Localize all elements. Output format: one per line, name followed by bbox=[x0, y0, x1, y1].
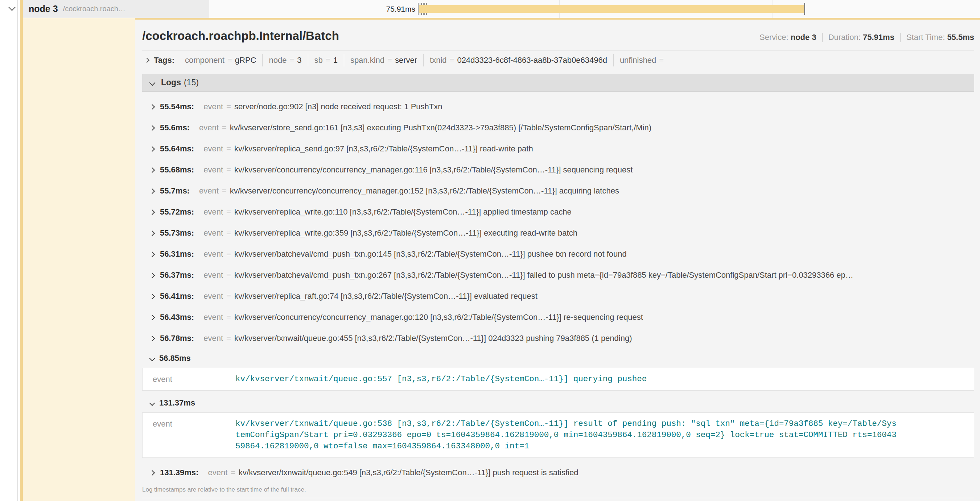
log-message: kv/kvserver/replica_write.go:110 [n3,s3,… bbox=[234, 207, 572, 217]
chevron-right-icon bbox=[150, 230, 155, 236]
log-message: kv/kvserver/concurrency/concurrency_mana… bbox=[234, 313, 643, 322]
tag-value: gRPC bbox=[235, 56, 256, 65]
log-entry-row[interactable]: 55.6ms:event=kv/kvserver/store_send.go:1… bbox=[142, 117, 974, 138]
tag: sb=1 bbox=[308, 54, 344, 67]
tag: txnid=024d3323-6c8f-4863-aa8b-37ab0e6349… bbox=[423, 54, 613, 67]
chevron-right-icon bbox=[150, 104, 155, 110]
chevron-right-icon bbox=[150, 335, 155, 341]
equals-sign: = bbox=[450, 56, 455, 65]
equals-sign: = bbox=[231, 468, 235, 477]
log-entry-header[interactable]: 131.37ms bbox=[142, 395, 974, 411]
log-entry-row[interactable]: 55.73ms:event=kv/kvserver/replica_write.… bbox=[142, 223, 974, 244]
equals-sign: = bbox=[387, 56, 392, 65]
log-field-name: event bbox=[153, 373, 235, 385]
start-time-value: 55.5ms bbox=[947, 33, 974, 42]
log-entry-row[interactable]: 56.37ms:event=kv/kvserver/batcheval/cmd_… bbox=[142, 265, 974, 286]
chevron-right-icon bbox=[150, 314, 155, 320]
log-entry-row[interactable]: 56.31ms:event=kv/kvserver/batcheval/cmd_… bbox=[142, 244, 974, 265]
equals-sign: = bbox=[226, 292, 231, 301]
span-timeline-row[interactable]: 75.91ms bbox=[209, 0, 980, 18]
tag: unfinished= bbox=[613, 54, 673, 67]
log-message: kv/kvserver/batcheval/cmd_push_txn.go:14… bbox=[234, 249, 627, 259]
log-timestamp: 56.31ms: bbox=[160, 249, 194, 259]
chevron-right-icon bbox=[150, 470, 155, 475]
equals-sign: = bbox=[659, 56, 664, 65]
log-entry-row[interactable]: 131.39ms:event=kv/kvserver/txnwait/queue… bbox=[142, 462, 974, 483]
log-timestamp: 56.41ms: bbox=[160, 292, 194, 301]
log-message: kv/kvserver/batcheval/cmd_push_txn.go:26… bbox=[234, 270, 853, 280]
span-detail-header: /cockroach.roachpb.Internal/Batch Servic… bbox=[142, 19, 974, 51]
log-timestamp: 55.54ms: bbox=[160, 102, 194, 112]
service-label: Service: bbox=[759, 33, 788, 42]
gutter-divider-line bbox=[18, 0, 18, 501]
log-entry-header[interactable]: 56.85ms bbox=[142, 350, 974, 366]
log-entry-row[interactable]: 55.68ms:event=kv/kvserver/concurrency/co… bbox=[142, 160, 974, 180]
log-detail-card: eventkv/kvserver/txnwait/queue.go:538 [n… bbox=[142, 412, 974, 458]
tags-label: Tags: bbox=[154, 56, 175, 65]
log-field-name: event bbox=[199, 186, 219, 196]
duration-label: Duration: bbox=[828, 33, 861, 42]
log-field-name: event bbox=[199, 123, 219, 132]
meta-separator bbox=[822, 33, 822, 42]
log-field-value: kv/kvserver/txnwait/queue.go:557 [n3,s3,… bbox=[235, 373, 647, 385]
log-entry-row[interactable]: 55.54ms:event=server/node.go:902 [n3] no… bbox=[142, 96, 974, 117]
chevron-right-icon bbox=[144, 58, 150, 63]
log-timestamp: 55.7ms: bbox=[160, 186, 190, 196]
log-entry-row[interactable]: 55.7ms:event=kv/kvserver/concurrency/con… bbox=[142, 180, 974, 201]
logs-section-header[interactable]: Logs (15) bbox=[142, 74, 974, 92]
selected-span-row-highlight bbox=[23, 18, 135, 501]
log-timestamp: 131.39ms: bbox=[160, 468, 198, 477]
log-field-name: event bbox=[204, 102, 223, 112]
span-color-accent-strip bbox=[20, 0, 23, 501]
log-field-name: event bbox=[204, 144, 223, 153]
chevron-right-icon bbox=[150, 167, 155, 173]
collapse-trace-chevron-icon[interactable] bbox=[8, 4, 16, 11]
log-entry-expanded: 56.85mseventkv/kvserver/txnwait/queue.go… bbox=[142, 350, 974, 391]
log-entry-row[interactable]: 56.41ms:event=kv/kvserver/replica_raft.g… bbox=[142, 286, 974, 307]
log-field-name: event bbox=[204, 228, 223, 238]
start-time-label: Start Time: bbox=[906, 33, 945, 42]
tag-key: span.kind bbox=[350, 56, 385, 65]
log-message: kv/kvserver/concurrency/concurrency_mana… bbox=[230, 186, 619, 196]
log-message: server/node.go:902 [n3] node received re… bbox=[234, 102, 442, 112]
span-operation-name: /cockroach.roach… bbox=[63, 5, 126, 13]
chevron-right-icon bbox=[150, 125, 155, 131]
log-field-name: event bbox=[204, 249, 223, 259]
equals-sign: = bbox=[226, 228, 231, 238]
duration-value: 75.91ms bbox=[863, 33, 894, 42]
tags-list: component=gRPCnode=3sb=1span.kind=server… bbox=[179, 54, 673, 67]
equals-sign: = bbox=[326, 56, 331, 65]
log-entry-row[interactable]: 56.78ms:event=kv/kvserver/txnwait/queue.… bbox=[142, 328, 974, 349]
log-timestamp: 131.37ms bbox=[159, 398, 195, 408]
gutter-divider-line bbox=[6, 0, 6, 501]
logs-count: (15) bbox=[184, 78, 199, 88]
logs-title: Logs bbox=[161, 78, 181, 88]
log-message: kv/kvserver/replica_write.go:359 [n3,s3,… bbox=[234, 228, 578, 238]
log-entry-expanded: 131.37mseventkv/kvserver/txnwait/queue.g… bbox=[142, 395, 974, 458]
tag-key: component bbox=[185, 56, 224, 65]
span-title: /cockroach.roachpb.Internal/Batch bbox=[142, 28, 759, 43]
log-field-name: event bbox=[153, 418, 235, 429]
tag-value: 024d3323-6c8f-4863-aa8b-37ab0e63496d bbox=[457, 56, 607, 65]
log-value-line: kv/kvserver/txnwait/queue.go:557 [n3,s3,… bbox=[235, 373, 647, 385]
log-timestamp: 55.68ms: bbox=[160, 165, 194, 175]
tag: component=gRPC bbox=[179, 54, 262, 67]
tag-key: node bbox=[269, 56, 286, 65]
log-value-line: kv/kvserver/txnwait/queue.go:538 [n3,s3,… bbox=[235, 418, 897, 429]
log-timestamp: 56.37ms: bbox=[160, 270, 194, 280]
tags-section-header[interactable]: Tags: component=gRPCnode=3sb=1span.kind=… bbox=[142, 51, 974, 70]
log-entry-row[interactable]: 56.43ms:event=kv/kvserver/concurrency/co… bbox=[142, 307, 974, 328]
chevron-right-icon bbox=[150, 294, 155, 299]
log-detail-card: eventkv/kvserver/txnwait/queue.go:557 [n… bbox=[142, 368, 974, 391]
span-name-bar[interactable]: node 3 /cockroach.roach… bbox=[23, 0, 209, 18]
chevron-down-icon bbox=[150, 400, 155, 406]
log-message: kv/kvserver/replica_send.go:97 [n3,s3,r6… bbox=[234, 144, 533, 153]
log-field-name: event bbox=[204, 207, 223, 217]
log-entry-row[interactable]: 55.64ms:event=kv/kvserver/replica_send.g… bbox=[142, 138, 974, 160]
tag-value: 1 bbox=[333, 56, 338, 65]
log-message: kv/kvserver/txnwait/queue.go:549 [n3,s3,… bbox=[239, 468, 578, 477]
log-value-line: temConfigSpan/Start pri=0.03293366 epo=0… bbox=[235, 429, 897, 441]
log-marker-tick bbox=[418, 3, 418, 15]
log-entry-row[interactable]: 55.72ms:event=kv/kvserver/replica_write.… bbox=[142, 201, 974, 223]
log-field-name: event bbox=[204, 313, 223, 322]
